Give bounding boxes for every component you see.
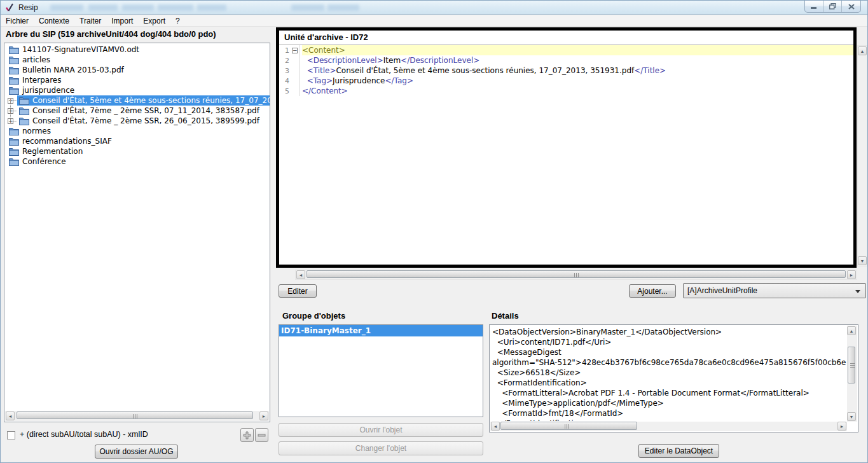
menu-item-traiter[interactable]: Traiter [74,16,106,26]
redacted-title-text [50,4,83,11]
folder-icon [9,46,19,54]
line-number: 4 [279,77,291,85]
code-line[interactable]: 4 <Tag>Jurisprudence</Tag> [279,76,853,86]
menu-item-import[interactable]: Import [106,16,138,26]
details-line: </FormatIdentification> [492,418,846,421]
editor-vscrollbar[interactable]: ▲ ▼ [857,45,867,266]
details-line: <Size>66518</Size> [492,368,846,378]
object-group-header: Groupe d'objets [282,311,345,321]
menu-item-?[interactable]: ? [170,16,185,26]
folder-icon [9,66,19,74]
scroll-right-icon[interactable]: ► [259,411,268,420]
tree-item[interactable]: articles [4,55,270,65]
redacted-title-text [327,4,359,11]
tree-item-label: recommandations_SIAF [22,137,112,146]
code-line[interactable]: 5</Content> [279,86,853,96]
scroll-up-icon[interactable]: ▲ [858,46,867,55]
details-vscrollbar[interactable]: ▲ ▼ [847,326,857,422]
redacted-title-text [158,4,193,11]
minimize-button[interactable] [805,1,823,12]
object-group-list: ID71-BinaryMaster_1 [279,324,483,417]
sip-tree: 141107-SignatureVITAMV0.odtarticlesBulle… [4,43,270,422]
line-number: 3 [279,67,291,75]
xmlid-checkbox[interactable] [7,431,15,439]
change-object-button[interactable]: Changer l'objet [279,441,483,455]
line-number: 2 [279,57,291,65]
tree-item[interactable]: recommandations_SIAF [4,136,270,146]
scroll-left-icon[interactable]: ◄ [296,270,305,279]
code-line[interactable]: 1−<Content> [279,45,853,55]
line-number: 5 [279,87,291,95]
title-bar: Resip [1,1,868,15]
menu-item-contexte[interactable]: Contexte [34,16,74,26]
scroll-left-icon[interactable]: ◄ [6,411,15,420]
edit-dataobject-button[interactable]: Editer le DataObject [638,444,719,458]
scroll-down-icon[interactable]: ▼ [858,256,867,265]
archive-unit-profile-dropdown[interactable]: [A]ArchiveUnitProfile [683,283,866,298]
details-line: algorithm="SHA-512">428ec4b3767bf6c98ce7… [492,357,846,368]
code-text: <Tag>Jurisprudence</Tag> [302,76,853,86]
menu-item-fichier[interactable]: Fichier [1,16,34,26]
details-xml-text[interactable]: <DataObjectVersion>BinaryMaster_1</DataO… [492,327,846,421]
line-number: 1 [279,46,291,55]
tree-item-label: articles [22,55,50,64]
tree-item[interactable]: 141107-SignatureVITAMV0.odt [4,45,270,55]
scroll-right-icon[interactable]: ► [837,422,846,431]
code-line[interactable]: 3 <Title>Conseil d'État, 5ème et 4ème so… [279,66,853,76]
tree-hscrollbar-thumb[interactable] [17,411,253,419]
window-title: Resip [18,3,38,12]
edit-button[interactable]: Editer [279,284,317,298]
folder-icon [9,158,19,166]
details-hscrollbar-thumb[interactable] [500,422,637,430]
tree-item-label: Conseil d'État, 5ème et 4ème sous-sectio… [32,96,270,105]
tree-item[interactable]: jurisprudence [4,85,270,95]
code-text: <Title>Conseil d'État, 5ème et 4ème sous… [302,66,853,76]
xml-editor[interactable]: 1−<Content>2 <DescriptionLevel>Item</Des… [279,45,853,265]
redacted-title-text [291,4,324,11]
xmlid-checkbox-label: + (direct subAU/total subAU) - xmlID [20,430,148,439]
tree-item[interactable]: Bulletin NARA 2015-03.pdf [4,65,270,75]
tree-hscrollbar[interactable]: ◄ ► [5,411,269,421]
scroll-down-icon[interactable]: ▼ [847,412,856,421]
open-object-button[interactable]: Ouvrir l'objet [279,423,483,437]
menu-item-export[interactable]: Export [138,16,170,26]
editor-hscrollbar[interactable]: ◄ ► [295,270,857,280]
menu-bar: FichierContexteTraiterImportExport? [1,15,868,27]
scroll-left-icon[interactable]: ◄ [491,422,500,431]
tree-item[interactable]: +Conseil d'État, 7ème _ 2ème SSR, 07_11_… [4,106,270,116]
tree-item[interactable]: Reglementation [4,146,270,156]
expand-all-button[interactable] [240,428,254,442]
tree-item-label: Conseil d'État, 7ème _ 2ème SSR, 26_06_2… [32,116,259,125]
tree-item[interactable]: normes [4,126,270,136]
details-vscrollbar-thumb[interactable] [848,347,855,384]
tree-item[interactable]: +Conseil d'État, 5ème et 4ème sous-secti… [4,95,270,106]
folder-icon [9,56,19,64]
folder-icon [9,137,19,146]
code-text: </Content> [302,86,853,96]
restore-button[interactable] [823,1,842,12]
collapse-all-button[interactable] [255,428,268,442]
add-button[interactable]: Ajouter... [629,284,676,298]
code-text: <Content> [302,45,853,55]
redacted-title-text [122,4,154,11]
details-hscrollbar[interactable]: ◄ ► [490,422,847,431]
tree-item[interactable]: Interpares [4,75,270,85]
open-au-og-folder-button[interactable]: Ouvrir dossier AU/OG [95,445,178,459]
scroll-up-icon[interactable]: ▲ [847,326,856,335]
redacted-title-text [88,4,118,11]
close-button[interactable] [842,1,860,12]
window-controls [804,1,861,13]
folder-icon [19,107,29,115]
tree-item[interactable]: +Conseil d'État, 7ème _ 2ème SSR, 26_06_… [4,116,270,126]
fold-collapse-icon[interactable]: − [292,48,298,53]
sip-tree-list: 141107-SignatureVITAMV0.odtarticlesBulle… [4,45,270,167]
code-line[interactable]: 2 <DescriptionLevel>Item</DescriptionLev… [279,55,853,66]
tree-item-label: Conférence [22,157,66,166]
tree-item-label: Reglementation [22,147,83,156]
object-group-item[interactable]: ID71-BinaryMaster_1 [279,325,483,336]
sip-tree-header: Arbre du SIP (519 archiveUnit/404 dog/40… [6,29,216,39]
scroll-right-icon[interactable]: ► [847,270,856,279]
tree-item[interactable]: Conférence [4,156,270,167]
details-line: <FormatLitteral>Acrobat PDF 1.4 - Portab… [492,388,846,398]
editor-hscrollbar-thumb[interactable] [307,270,846,278]
